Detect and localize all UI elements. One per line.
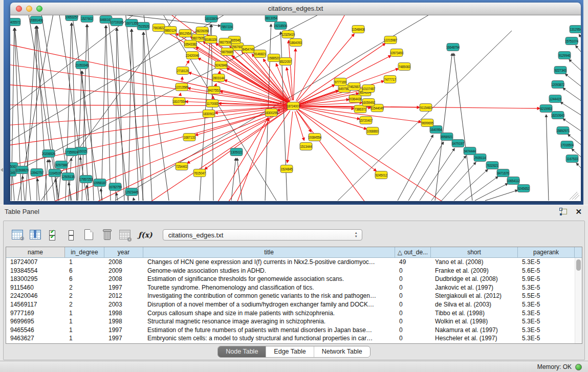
network-node-16648794[interactable]: 16648794 — [446, 43, 460, 51]
network-node-16059492[interactable]: 16059492 — [362, 99, 376, 106]
cell-pagerank[interactable]: 5.6E-5 — [518, 267, 575, 275]
network-node-7515526[interactable]: 7515526 — [137, 23, 149, 30]
cell-in_degree[interactable]: 2 — [65, 292, 104, 300]
network-window-titlebar[interactable]: citations_edges.txt — [10, 3, 581, 15]
cell-out_degree[interactable]: 0 — [395, 275, 431, 283]
network-node-15751074[interactable]: 15751074 — [565, 37, 579, 45]
column-header-short[interactable]: short — [431, 247, 518, 257]
cell-short[interactable]: Yano et al. (2008) — [431, 258, 518, 267]
network-node-7615047[interactable]: 7615047 — [193, 169, 206, 177]
unselect-all-icon[interactable] — [64, 229, 78, 240]
cell-name[interactable]: 19384554 — [6, 267, 65, 275]
cell-short[interactable]: de Silva et al. (2003) — [431, 300, 518, 309]
network-node-20364436[interactable]: 20364436 — [349, 95, 362, 103]
table-row[interactable]: 911546021997Tourette syndrome. Phenomeno… — [6, 283, 575, 292]
network-node-16033809[interactable]: 16033809 — [205, 15, 219, 23]
cell-name[interactable]: 9699695 — [6, 317, 65, 326]
network-node-16543382[interactable]: 16543382 — [184, 40, 198, 48]
network-node-1524845[interactable]: 1524845 — [280, 165, 293, 173]
function-builder-icon[interactable]: ƒ(x) — [138, 231, 153, 239]
table-select-dropdown[interactable]: citations_edges.txt — [163, 229, 362, 240]
tab-network-table[interactable]: Network Table — [314, 346, 370, 357]
new-column-icon[interactable] — [82, 229, 96, 240]
network-node-10107487[interactable]: 10107487 — [362, 85, 376, 93]
network-node-7254402[interactable]: 7254402 — [176, 163, 188, 170]
cell-name[interactable]: 9465546 — [6, 326, 65, 335]
network-node-12505135[interactable]: 12505135 — [61, 173, 75, 181]
cell-title[interactable]: Estimation of the future numbers of pati… — [143, 326, 395, 335]
network-node-15720407[interactable]: 15720407 — [359, 117, 373, 124]
cell-pagerank[interactable]: 5.3E-5 — [518, 317, 575, 326]
column-header-out_degree[interactable]: △ out_de... — [395, 247, 431, 257]
window-zoom-button[interactable] — [36, 6, 42, 12]
cell-pagerank[interactable]: 5.3E-5 — [518, 258, 575, 267]
cell-pagerank[interactable]: 5.3E-5 — [518, 326, 575, 335]
network-node-22420046[interactable]: 22420046 — [186, 52, 200, 59]
column-header-year[interactable]: year — [104, 247, 143, 257]
cell-in_degree[interactable]: 1 — [65, 309, 104, 318]
network-node-16782759[interactable]: 16782759 — [108, 183, 122, 191]
network-node-8522057[interactable]: 8522057 — [279, 58, 292, 65]
network-node-9242848[interactable]: 9242848 — [215, 61, 227, 69]
cell-in_degree[interactable]: 2 — [65, 300, 104, 309]
cell-year[interactable]: 2003 — [104, 300, 143, 309]
network-node-9777169[interactable]: 9777169 — [334, 78, 346, 86]
tab-edge-table[interactable]: Edge Table — [266, 346, 313, 357]
cell-pagerank[interactable]: 5.9E-5 — [518, 275, 575, 283]
cell-pagerank[interactable]: 5.3E-5 — [518, 300, 575, 309]
network-node-10654112[interactable]: 10654112 — [507, 177, 520, 185]
network-node-7663822[interactable]: 7663822 — [153, 24, 165, 32]
network-node-10958187[interactable]: 10958187 — [93, 179, 107, 187]
network-node-1513444[interactable]: 1513444 — [300, 143, 312, 150]
network-node-1305022[interactable]: 1305022 — [230, 148, 243, 156]
window-close-button[interactable] — [16, 6, 22, 12]
window-minimize-button[interactable] — [26, 6, 32, 12]
cell-title[interactable]: Disruption of a novel member of a sodium… — [143, 300, 395, 309]
network-node-2803144[interactable]: 2803144 — [212, 74, 225, 82]
network-node-10653257[interactable]: 10653257 — [65, 15, 79, 21]
network-node-12325419[interactable]: 12325419 — [281, 31, 295, 38]
cell-year[interactable]: 1997 — [104, 326, 143, 335]
network-node-12093872[interactable]: 12093872 — [551, 81, 565, 89]
network-node-9146821[interactable]: 9146821 — [254, 50, 266, 58]
cell-short[interactable]: Hescheler et al. (1997) — [431, 334, 518, 343]
network-node-11548408[interactable]: 11548408 — [352, 26, 365, 33]
cell-out_degree[interactable]: 0 — [395, 326, 431, 335]
network-node-8215953[interactable]: 8215953 — [540, 105, 552, 113]
network-node-19218506[interactable]: 19218506 — [274, 22, 288, 30]
cell-short[interactable]: Stergiakouli et al. (2012) — [431, 292, 518, 300]
delete-table-icon[interactable] — [118, 229, 132, 240]
select-all-checks-icon[interactable] — [47, 229, 60, 240]
citation-network-graph[interactable]: 3913459350611068860116451911675331170065… — [10, 15, 581, 201]
network-node-2935114[interactable]: 2935114 — [474, 154, 486, 162]
cell-year[interactable]: 2012 — [104, 292, 143, 300]
network-node-18107554[interactable]: 18107554 — [172, 98, 186, 105]
float-panel-icon[interactable] — [559, 208, 568, 215]
cell-short[interactable]: Nakamura et al. (1997) — [431, 326, 518, 335]
cell-out_degree[interactable]: 0 — [395, 267, 431, 275]
cell-out_degree[interactable]: 0 — [395, 334, 431, 343]
network-node-2405572[interactable]: 2405572 — [10, 18, 20, 26]
cell-in_degree[interactable]: 1 — [65, 317, 104, 326]
cell-in_degree[interactable]: 2 — [65, 283, 104, 292]
network-node-21053346[interactable]: 21053346 — [75, 61, 89, 69]
network-node-1527602[interactable]: 1527602 — [81, 15, 93, 23]
scrollbar-thumb[interactable] — [576, 259, 581, 271]
cell-out_degree[interactable]: 0 — [395, 309, 431, 318]
network-node-12213589[interactable]: 12213589 — [175, 83, 189, 91]
column-header-title[interactable]: title — [143, 247, 395, 257]
cell-year[interactable]: 2008 — [104, 275, 143, 283]
cell-year[interactable]: 1998 — [104, 317, 143, 326]
cell-short[interactable]: Franke et al. (2009) — [431, 267, 518, 275]
network-node-9699695[interactable]: 9699695 — [421, 119, 433, 127]
table-mode-icon[interactable] — [11, 229, 24, 240]
cell-year[interactable]: 2008 — [104, 258, 143, 267]
network-node-16671355[interactable]: 16671355 — [125, 19, 139, 27]
network-node-8427552[interactable]: 8427552 — [208, 86, 220, 94]
network-node-18300295[interactable]: 18300295 — [265, 109, 278, 117]
network-node-9245012[interactable]: 9245012 — [375, 171, 387, 179]
network-node-17359924[interactable]: 17359924 — [65, 148, 79, 156]
table-row[interactable]: 1456911722003Disruption of a novel membe… — [6, 300, 575, 309]
cell-out_degree[interactable]: 0 — [395, 317, 431, 326]
network-node-12923445[interactable]: 12923445 — [125, 188, 139, 196]
